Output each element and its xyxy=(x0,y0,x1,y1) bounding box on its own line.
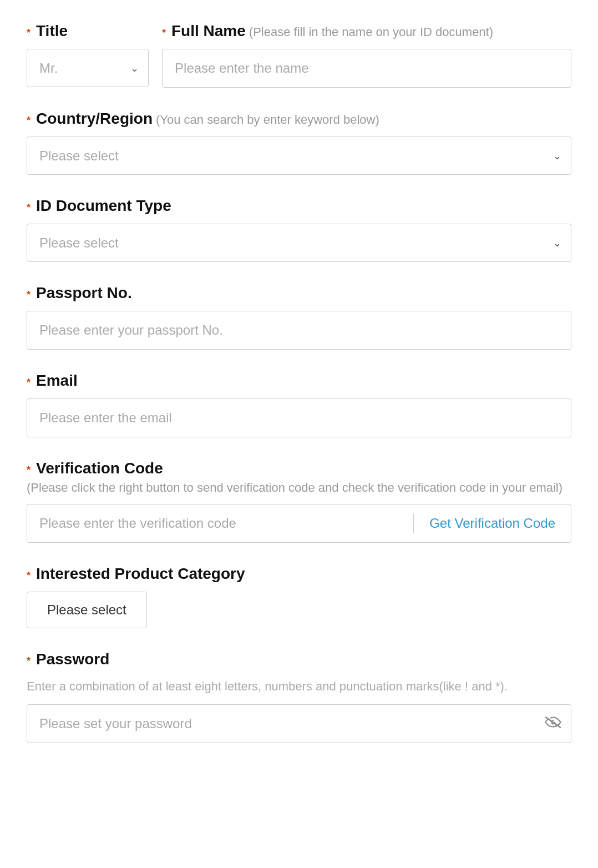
verification-code-input-wrapper: Get Verification Code xyxy=(27,504,571,543)
passport-no-field-group: * Passport No. xyxy=(27,284,571,350)
password-label-text: Password xyxy=(36,650,109,668)
full-name-hint: (Please fill in the name on your ID docu… xyxy=(249,25,493,39)
verification-code-input[interactable] xyxy=(27,504,413,542)
product-category-button[interactable]: Please select xyxy=(27,592,147,628)
country-region-hint: (You can search by enter keyword below) xyxy=(156,113,379,127)
get-verification-code-button[interactable]: Get Verification Code xyxy=(414,504,571,542)
title-required-star: * xyxy=(27,27,31,39)
verification-code-hint: (Please click the right button to send v… xyxy=(27,481,562,495)
id-document-type-select[interactable]: Please select xyxy=(27,224,571,262)
id-document-type-select-wrapper: Please select ⌄ xyxy=(27,224,571,262)
id-document-type-field-group: * ID Document Type Please select ⌄ xyxy=(27,197,571,262)
country-region-label: * Country/Region (You can search by ente… xyxy=(27,110,571,128)
product-category-label-text: Interested Product Category xyxy=(36,565,245,583)
verification-code-required-star: * xyxy=(27,465,31,476)
email-input[interactable] xyxy=(27,398,571,437)
title-select-wrapper: Mr. Ms. Mrs. Dr. Prof. ⌄ xyxy=(27,49,149,87)
passport-no-input[interactable] xyxy=(27,311,571,350)
id-document-type-required-star: * xyxy=(27,202,31,214)
password-field-group: * Password Enter a combination of at lea… xyxy=(27,650,571,743)
passport-no-required-star: * xyxy=(27,289,31,301)
verification-code-label-text: Verification Code xyxy=(36,460,163,477)
full-name-field-group: * Full Name (Please fill in the name on … xyxy=(162,22,571,88)
full-name-required-star: * xyxy=(162,27,166,39)
product-category-label: * Interested Product Category xyxy=(27,565,571,583)
password-input[interactable] xyxy=(27,704,571,743)
password-input-wrapper xyxy=(27,704,571,743)
country-region-field-group: * Country/Region (You can search by ente… xyxy=(27,110,571,175)
email-label-text: Email xyxy=(36,372,78,390)
password-label: * Password xyxy=(27,650,571,668)
full-name-label-text: Full Name xyxy=(171,22,246,40)
country-region-label-text: Country/Region xyxy=(36,110,153,128)
title-fullname-group: * Title Mr. Ms. Mrs. Dr. Prof. ⌄ * Full … xyxy=(27,22,571,88)
verification-code-field-group: * Verification Code (Please click the ri… xyxy=(27,460,571,543)
product-category-field-group: * Interested Product Category Please sel… xyxy=(27,565,571,628)
full-name-input[interactable] xyxy=(162,49,571,88)
product-category-required-star: * xyxy=(27,570,31,582)
country-region-required-star: * xyxy=(27,115,31,127)
title-select[interactable]: Mr. Ms. Mrs. Dr. Prof. xyxy=(27,49,149,87)
passport-no-label: * Passport No. xyxy=(27,284,571,302)
country-region-select-wrapper: Please select ⌄ xyxy=(27,137,571,175)
eye-slash-icon[interactable] xyxy=(545,715,561,733)
title-label-text: Title xyxy=(36,22,68,40)
title-field-group: * Title Mr. Ms. Mrs. Dr. Prof. ⌄ xyxy=(27,22,149,88)
verification-code-label: * Verification Code (Please click the ri… xyxy=(27,460,571,495)
password-hint: Enter a combination of at least eight le… xyxy=(27,677,571,695)
country-region-select[interactable]: Please select xyxy=(27,137,571,175)
title-label: * Title xyxy=(27,22,149,40)
id-document-type-label: * ID Document Type xyxy=(27,197,571,215)
password-required-star: * xyxy=(27,655,31,667)
id-document-type-label-text: ID Document Type xyxy=(36,197,171,215)
email-label: * Email xyxy=(27,372,571,390)
email-required-star: * xyxy=(27,377,31,388)
full-name-label: * Full Name (Please fill in the name on … xyxy=(162,22,571,40)
passport-no-label-text: Passport No. xyxy=(36,284,132,302)
email-field-group: * Email xyxy=(27,372,571,437)
